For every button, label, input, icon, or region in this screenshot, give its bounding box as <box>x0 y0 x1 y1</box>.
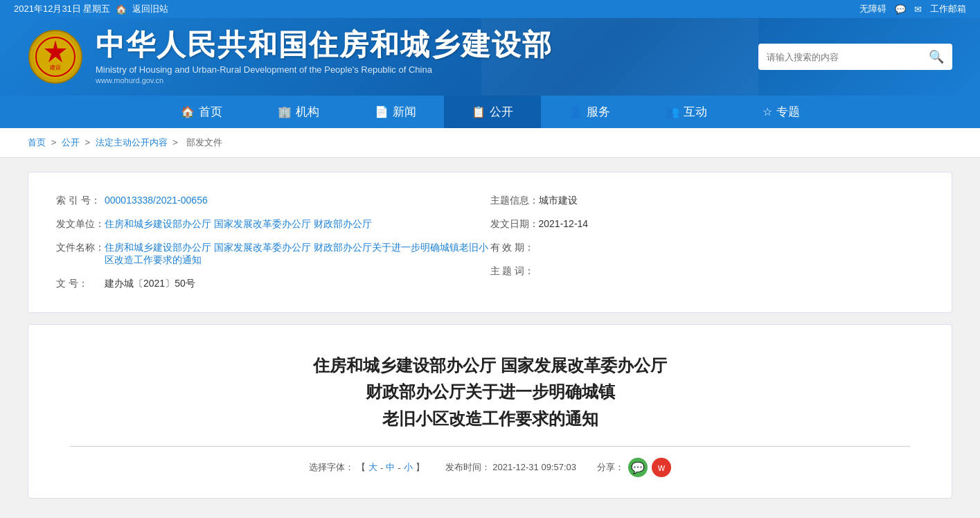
font-large-link[interactable]: 大 <box>368 461 377 474</box>
nav-item-gongkai[interactable]: 📋 公开 <box>444 96 541 128</box>
accessibility-link[interactable]: 无障碍 <box>859 3 887 15</box>
weibo-share-icon: w <box>658 462 665 473</box>
header-left: 建设 中华人民共和国住房和城乡建设部 Ministry of Housing a… <box>28 29 553 84</box>
top-bar-right: 无障碍 💬 ✉ 工作邮箱 <box>859 3 966 15</box>
nav-xinwen-icon: 📄 <box>375 105 389 118</box>
breadcrumb-home[interactable]: 首页 <box>28 137 46 148</box>
document-card: 住房和城乡建设部办公厅 国家发展改革委办公厅 财政部办公厅关于进一步明确城镇 老… <box>28 324 952 499</box>
search-button[interactable]: 🔍 <box>920 44 952 70</box>
info-row-fawendan: 发文单位： 住房和城乡建设部办公厅 国家发展改革委办公厅 财政部办公厅 <box>56 213 490 236</box>
return-old-site-link[interactable]: 返回旧站 <box>132 3 168 15</box>
site-title: 中华人民共和国住房和城乡建设部 <box>96 29 553 61</box>
date-text: 2021年12月31日 星期五 <box>14 3 110 15</box>
suoyinhao-link[interactable]: 000013338/2021-00656 <box>105 195 208 206</box>
wenjianmingcheng-label: 文件名称： <box>56 242 105 254</box>
header-title-block: 中华人民共和国住房和城乡建设部 Ministry of Housing and … <box>96 29 553 84</box>
nav-item-hudong[interactable]: 👥 互动 <box>638 96 735 128</box>
share-label: 分享： <box>597 461 624 474</box>
breadcrumb-current: 部发文件 <box>186 137 222 148</box>
email-link[interactable]: 工作邮箱 <box>930 3 966 15</box>
svg-text:建设: 建设 <box>49 64 61 71</box>
nav-item-xinwen[interactable]: 📄 新闻 <box>347 96 444 128</box>
wenjianmingcheng-link[interactable]: 住房和城乡建设部办公厅 国家发展改革委办公厅 财政部办公厅关于进一步明确城镇老旧… <box>105 242 488 265</box>
doc-title-line3: 老旧小区改造工作要求的通知 <box>382 409 598 428</box>
font-size-bracket-open: 【 <box>357 461 366 474</box>
nav-gongkai-icon: 📋 <box>472 105 485 118</box>
info-row-fawenriqi: 发文日期： 2021-12-14 <box>490 213 925 236</box>
nav-hudong-label: 互动 <box>684 104 707 120</box>
doc-divider <box>70 446 910 447</box>
breadcrumb-sep-2: > <box>84 137 92 148</box>
youxiaoqi-label: 有 效 期： <box>490 242 539 254</box>
nav-item-zhuanti[interactable]: ☆ 专题 <box>735 96 828 128</box>
doc-meta: 选择字体： 【 大 - 中 - 小 】 发布时间： 2021-12-31 09:… <box>70 458 910 477</box>
breadcrumb-fading[interactable]: 法定主动公开内容 <box>96 137 168 148</box>
wechat-share-icon: 💬 <box>631 461 645 474</box>
top-bar: 2021年12月31日 星期五 🏠 返回旧站 无障碍 💬 ✉ 工作邮箱 <box>0 0 980 18</box>
info-left-col: 索 引 号： 000013338/2021-00656 发文单位： 住房和城乡建… <box>56 189 490 296</box>
main-nav: 🏠 首页 🏢 机构 📄 新闻 📋 公开 👤 服务 👥 互动 ☆ 专题 <box>0 96 980 128</box>
content-area: 索 引 号： 000013338/2021-00656 发文单位： 住房和城乡建… <box>0 158 980 512</box>
site-subtitle: Ministry of Housing and Urban-Rural Deve… <box>96 64 553 75</box>
font-size-label: 选择字体： <box>309 461 354 474</box>
nav-zhuanti-icon: ☆ <box>763 105 772 118</box>
font-sep-2: - <box>398 463 400 473</box>
fawenriqi-value: 2021-12-14 <box>539 218 589 229</box>
font-size-selector: 选择字体： 【 大 - 中 - 小 】 <box>309 461 425 474</box>
nav-item-jigou[interactable]: 🏢 机构 <box>250 96 347 128</box>
nav-zhuanti-label: 专题 <box>776 104 800 120</box>
wechat-share-button[interactable]: 💬 <box>628 458 648 477</box>
nav-item-fuwu[interactable]: 👤 服务 <box>541 96 638 128</box>
nav-jigou-label: 机构 <box>296 104 319 120</box>
doc-title-line1: 住房和城乡建设部办公厅 国家发展改革委办公厅 <box>313 356 667 375</box>
top-bar-left: 2021年12月31日 星期五 🏠 返回旧站 <box>14 3 168 15</box>
font-sep-1: - <box>380 463 383 473</box>
nav-fuwu-label: 服务 <box>587 104 610 120</box>
publish-time-block: 发布时间： 2021-12-31 09:57:03 <box>445 461 576 474</box>
nav-home-icon: 🏠 <box>181 105 195 118</box>
search-box: 🔍 <box>758 44 952 70</box>
suoyinhao-label: 索 引 号： <box>56 195 105 207</box>
nav-home-label: 首页 <box>199 104 222 120</box>
info-grid: 索 引 号： 000013338/2021-00656 发文单位： 住房和城乡建… <box>56 189 924 296</box>
fawendan-label: 发文单位： <box>56 218 105 231</box>
fawenriqi-label: 发文日期： <box>490 218 539 231</box>
nav-xinwen-label: 新闻 <box>393 104 416 120</box>
fawendan-link[interactable]: 住房和城乡建设部办公厅 国家发展改革委办公厅 财政部办公厅 <box>105 218 372 229</box>
info-card: 索 引 号： 000013338/2021-00656 发文单位： 住房和城乡建… <box>28 172 952 313</box>
nav-gongkai-label: 公开 <box>490 104 513 120</box>
breadcrumb-sep-3: > <box>172 137 180 148</box>
font-medium-link[interactable]: 中 <box>386 461 395 474</box>
nav-jigou-icon: 🏢 <box>278 105 292 118</box>
font-small-link[interactable]: 小 <box>404 461 413 474</box>
document-title: 住房和城乡建设部办公厅 国家发展改革委办公厅 财政部办公厅关于进一步明确城镇 老… <box>70 352 910 432</box>
publish-label: 发布时间： <box>445 462 490 472</box>
wenhao-value: 建办城〔2021〕50号 <box>105 278 195 290</box>
wenhao-label: 文 号： <box>56 278 105 290</box>
info-row-zhutici: 主 题 词： <box>490 260 925 283</box>
site-header: 建设 中华人民共和国住房和城乡建设部 Ministry of Housing a… <box>0 18 980 96</box>
nav-hudong-icon: 👥 <box>666 105 679 118</box>
email-icon: ✉ <box>914 4 922 15</box>
suoyinhao-value: 000013338/2021-00656 <box>105 195 208 206</box>
wechat-icon: 💬 <box>895 4 906 15</box>
publish-time: 2021-12-31 09:57:03 <box>492 462 576 472</box>
info-row-zhutixinxi: 主题信息： 城市建设 <box>490 189 925 213</box>
font-size-bracket-close: 】 <box>416 461 425 474</box>
breadcrumb: 首页 > 公开 > 法定主动公开内容 > 部发文件 <box>0 128 980 158</box>
breadcrumb-sep-1: > <box>51 137 59 148</box>
share-block: 分享： 💬 w <box>597 458 671 477</box>
site-url: www.mohurd.gov.cn <box>96 76 553 84</box>
info-right-col: 主题信息： 城市建设 发文日期： 2021-12-14 有 效 期： 主 题 词… <box>490 189 925 296</box>
wenjianmingcheng-value: 住房和城乡建设部办公厅 国家发展改革委办公厅 财政部办公厅关于进一步明确城镇老旧… <box>105 242 490 267</box>
breadcrumb-gongkai[interactable]: 公开 <box>62 137 80 148</box>
weibo-share-button[interactable]: w <box>652 458 671 477</box>
info-row-wenjianmingcheng: 文件名称： 住房和城乡建设部办公厅 国家发展改革委办公厅 财政部办公厅关于进一步… <box>56 236 490 272</box>
info-row-youxiaoqi: 有 效 期： <box>490 236 925 260</box>
zhutixinxi-value: 城市建设 <box>539 195 578 207</box>
search-input[interactable] <box>758 46 920 68</box>
nav-item-home[interactable]: 🏠 首页 <box>153 96 250 128</box>
zhutixinxi-label: 主题信息： <box>490 195 539 207</box>
zhutici-label: 主 题 词： <box>490 265 539 278</box>
home-icon: 🏠 <box>116 4 127 15</box>
